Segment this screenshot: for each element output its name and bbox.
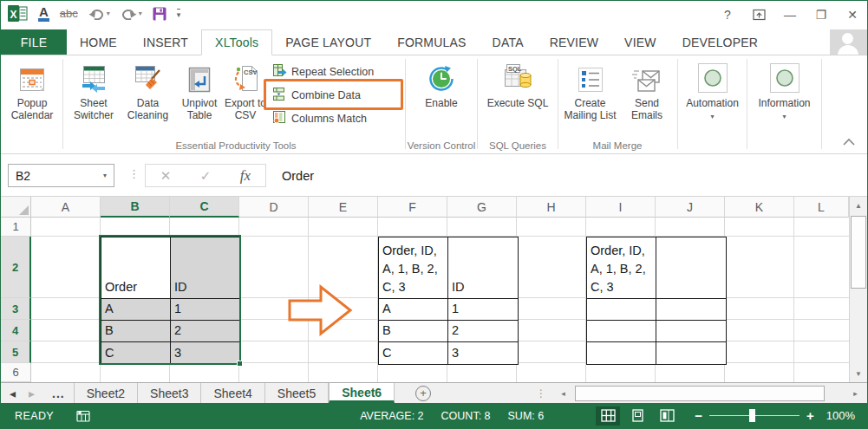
- zoom-in-icon[interactable]: +: [806, 412, 814, 420]
- formula-input[interactable]: Order: [282, 164, 314, 187]
- enable-version-control-button[interactable]: Enable: [408, 59, 474, 139]
- tab-page-layout[interactable]: PAGE LAYOUT: [272, 29, 384, 55]
- popup-calendar-button[interactable]: Popup Calendar: [4, 59, 60, 139]
- column-header-h[interactable]: H: [517, 197, 586, 218]
- cell-F3[interactable]: A: [379, 299, 448, 321]
- name-box-dropdown-icon[interactable]: ▾: [96, 172, 114, 179]
- new-sheet-button[interactable]: +: [415, 386, 431, 401]
- normal-view-icon[interactable]: [596, 406, 620, 426]
- hscroll-left-icon[interactable]: ◂: [551, 383, 575, 403]
- cell-J4[interactable]: [656, 321, 726, 342]
- tab-home[interactable]: HOME: [67, 29, 130, 55]
- minimize-button[interactable]: —: [780, 6, 799, 23]
- cell-I3[interactable]: [587, 299, 656, 321]
- zoom-slider[interactable]: [709, 409, 799, 422]
- sheet-nav-left-icon[interactable]: ◂: [10, 387, 16, 400]
- sheet-tab-sheet4[interactable]: Sheet4: [201, 383, 264, 403]
- macro-record-icon[interactable]: [76, 410, 90, 422]
- export-to-csv-button[interactable]: CSV Export to CSV: [223, 59, 268, 139]
- ribbon-display-options-button[interactable]: [749, 6, 768, 23]
- unpivot-table-button[interactable]: Unpivot Table: [175, 59, 224, 139]
- cell-B4[interactable]: B: [101, 321, 171, 342]
- insert-function-icon[interactable]: fx: [225, 167, 265, 185]
- column-header-k[interactable]: K: [725, 197, 794, 218]
- row-header-4[interactable]: 4: [1, 320, 31, 341]
- cell-J2[interactable]: [656, 237, 726, 299]
- row-header-6[interactable]: 6: [1, 363, 31, 382]
- cell-G4[interactable]: 2: [448, 321, 518, 342]
- column-header-b[interactable]: B: [101, 197, 170, 218]
- column-header-g[interactable]: G: [447, 197, 517, 218]
- maximize-button[interactable]: ❐: [812, 6, 831, 23]
- cell-G2[interactable]: ID: [448, 237, 518, 299]
- sheet-tab-sheet3[interactable]: Sheet3: [138, 383, 201, 403]
- column-header-e[interactable]: E: [309, 197, 378, 218]
- cell-C5[interactable]: 3: [171, 342, 240, 364]
- redo-dropdown-icon[interactable]: ▾: [139, 10, 142, 17]
- scroll-up-icon[interactable]: ▲: [850, 197, 867, 214]
- vertical-scrollbar[interactable]: ▲ ▼: [849, 197, 867, 382]
- close-button[interactable]: ✕: [843, 6, 862, 23]
- horizontal-scroll-track[interactable]: [825, 383, 844, 403]
- font-color-button[interactable]: A: [38, 6, 49, 22]
- cell-I2[interactable]: Order, ID, A, 1, B, 2, C, 3: [587, 237, 656, 299]
- column-header-j[interactable]: J: [656, 197, 725, 218]
- save-button[interactable]: [153, 7, 166, 21]
- cell-C4[interactable]: 2: [171, 321, 240, 342]
- user-avatar[interactable]: [830, 29, 867, 55]
- sheet-tab-sheet2[interactable]: Sheet2: [75, 383, 138, 403]
- undo-button[interactable]: ▾: [88, 7, 110, 20]
- column-header-a[interactable]: A: [31, 197, 101, 218]
- row-header-5[interactable]: 5: [1, 341, 31, 363]
- arrow-shape[interactable]: [287, 283, 353, 337]
- row-header-2[interactable]: 2: [1, 237, 31, 298]
- tab-view[interactable]: VIEW: [611, 29, 669, 55]
- sheet-nav-right-icon[interactable]: ▸: [29, 387, 35, 400]
- grid-body[interactable]: Order ID A 1 B 2 C 3 Order, ID, A, 1, B,…: [31, 218, 849, 382]
- sheet-overflow-button[interactable]: ...: [43, 383, 75, 403]
- vertical-scroll-thumb[interactable]: [851, 216, 866, 289]
- column-header-l[interactable]: L: [794, 197, 849, 218]
- cell-J3[interactable]: [656, 299, 726, 321]
- column-header-f[interactable]: F: [378, 197, 447, 218]
- cell-C2[interactable]: ID: [171, 237, 240, 299]
- qat-customize-icon[interactable]: ▾: [177, 9, 181, 19]
- formula-bar-splitter[interactable]: ⋮: [128, 167, 140, 180]
- tab-review[interactable]: REVIEW: [537, 29, 611, 55]
- undo-dropdown-icon[interactable]: ▾: [107, 10, 110, 17]
- cell-F5[interactable]: C: [379, 342, 448, 364]
- tab-xltools[interactable]: XLTools: [201, 29, 272, 55]
- row-header-3[interactable]: 3: [1, 298, 31, 320]
- tab-insert[interactable]: INSERT: [130, 29, 201, 55]
- scroll-down-icon[interactable]: ▼: [850, 365, 867, 382]
- horizontal-scroll-thumb[interactable]: [575, 386, 825, 401]
- data-cleaning-button[interactable]: Data Cleaning: [121, 59, 174, 139]
- tab-data[interactable]: DATA: [480, 29, 537, 55]
- tab-scrollbar-splitter[interactable]: ⋮: [531, 387, 551, 400]
- sheet-switcher-button[interactable]: Sheet Switcher: [67, 59, 121, 139]
- hscroll-right-icon[interactable]: ▸: [844, 383, 867, 403]
- column-header-c[interactable]: C: [170, 197, 239, 218]
- cell-I5[interactable]: [587, 342, 656, 364]
- column-header-i[interactable]: I: [586, 197, 656, 218]
- help-button[interactable]: ?: [718, 6, 737, 23]
- zoom-slider-thumb[interactable]: [749, 409, 755, 422]
- strikethrough-button[interactable]: abc: [60, 7, 78, 20]
- page-layout-view-icon[interactable]: [625, 406, 649, 426]
- cell-J5[interactable]: [656, 342, 726, 364]
- cell-F2[interactable]: Order, ID, A, 1, B, 2, C, 3: [379, 237, 448, 299]
- cell-B3[interactable]: A: [101, 299, 171, 321]
- tab-developer[interactable]: DEVELOPER: [669, 29, 771, 55]
- cell-B5[interactable]: C: [101, 342, 171, 364]
- execute-sql-button[interactable]: SQL Execute SQL: [480, 59, 555, 139]
- page-break-view-icon[interactable]: [655, 406, 679, 426]
- columns-match-button[interactable]: Columns Match: [269, 107, 402, 129]
- row-header-1[interactable]: 1: [1, 218, 31, 237]
- select-all-corner[interactable]: [1, 197, 31, 218]
- sheet-tab-sheet6-active[interactable]: Sheet6: [329, 383, 395, 403]
- sheet-tab-sheet5[interactable]: Sheet5: [265, 383, 329, 403]
- cell-C3[interactable]: 1: [171, 299, 240, 321]
- column-header-d[interactable]: D: [239, 197, 309, 218]
- cell-I4[interactable]: [587, 321, 656, 342]
- create-mailing-list-button[interactable]: Create Mailing List: [560, 59, 620, 139]
